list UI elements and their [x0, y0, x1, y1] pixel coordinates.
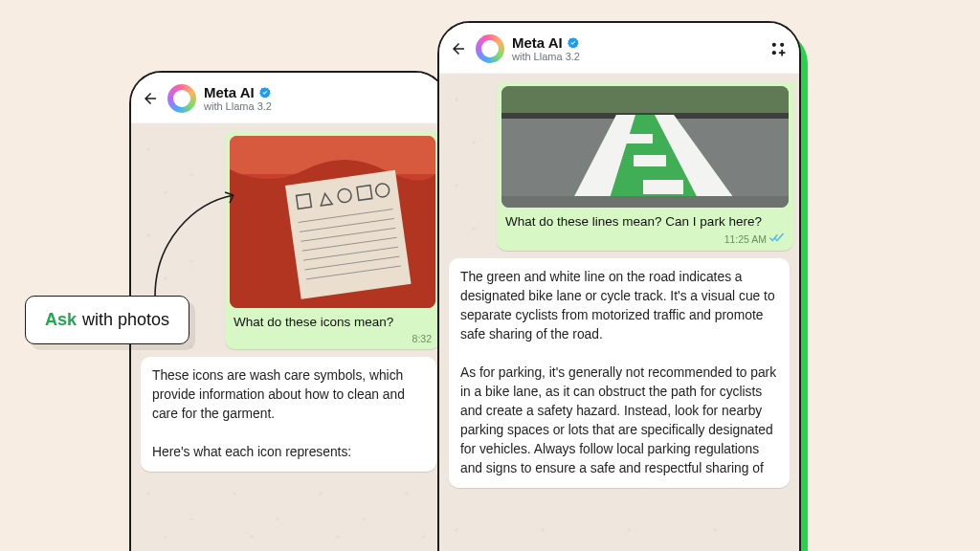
verified-badge-icon	[567, 36, 580, 50]
back-arrow-icon[interactable]	[141, 89, 160, 108]
verified-badge-icon	[258, 86, 272, 99]
svg-rect-19	[501, 86, 789, 115]
svg-rect-26	[643, 180, 683, 194]
read-receipt-icon	[769, 232, 785, 246]
svg-point-17	[772, 51, 776, 55]
message-timestamp: 8:32	[412, 333, 435, 347]
chat-title: Meta AI	[204, 84, 255, 100]
user-message-text: What do these lines mean? Can I park her…	[501, 208, 789, 232]
ai-message-bubble[interactable]: The green and white line on the road ind…	[449, 258, 790, 488]
attached-photo-road[interactable]	[501, 86, 789, 208]
svg-rect-24	[626, 134, 653, 143]
back-arrow-icon[interactable]	[449, 39, 468, 58]
user-message-bubble[interactable]: What do these icons mean? 8:32	[225, 131, 440, 349]
menu-icon[interactable]	[768, 39, 788, 58]
meta-ai-avatar-icon[interactable]	[476, 34, 504, 63]
chat-subtitle: with Llama 3.2	[512, 51, 580, 63]
chat-header: Meta AI with Llama 3.2	[131, 73, 446, 123]
callout-pill: Ask with photos	[25, 296, 189, 344]
chat-header: Meta AI with Llama 3.2	[439, 23, 799, 74]
chat-body[interactable]: What do these lines mean? Can I park her…	[439, 74, 799, 551]
meta-ai-avatar-icon[interactable]	[167, 84, 196, 113]
svg-rect-25	[634, 155, 666, 166]
svg-rect-27	[501, 196, 789, 208]
svg-point-16	[780, 43, 784, 47]
chat-title: Meta AI	[512, 34, 563, 51]
ai-message-bubble[interactable]: These icons are wash care symbols, which…	[141, 357, 436, 472]
svg-point-15	[772, 43, 776, 47]
callout-highlight: Ask	[45, 310, 77, 330]
message-timestamp: 11:25 AM	[724, 232, 789, 249]
callout-rest: with photos	[82, 310, 169, 330]
attached-photo-garment[interactable]	[230, 136, 435, 308]
chat-subtitle: with Llama 3.2	[204, 100, 272, 113]
user-message-bubble[interactable]: What do these lines mean? Can I park her…	[497, 81, 793, 251]
phone-mock-front: Meta AI with Llama 3.2	[437, 21, 801, 551]
user-message-text: What do these icons mean?	[230, 308, 435, 333]
